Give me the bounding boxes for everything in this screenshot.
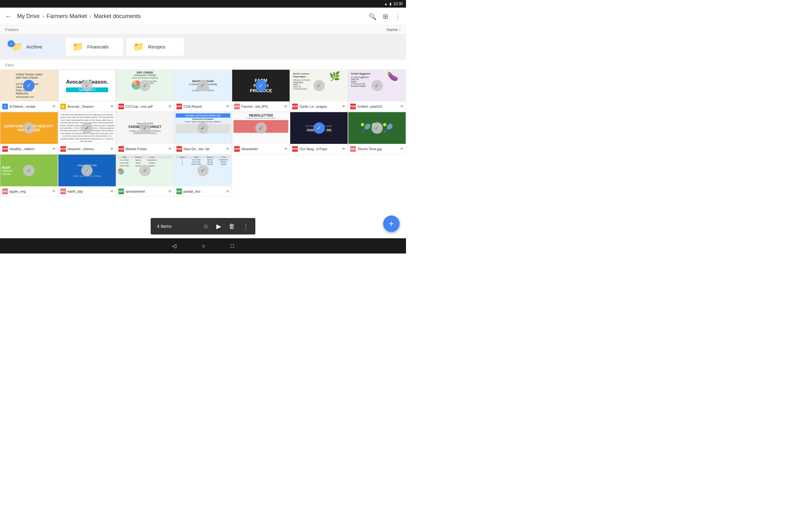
file-card[interactable]: Grilled Tomato Saladwith Feta Cheese4 Fr… xyxy=(0,69,58,112)
nav-recent-button[interactable]: □ xyxy=(231,243,234,249)
file-thumbnail: EVERYONE NEEDS HEALTHYHONEY BEES ✓ xyxy=(0,112,58,144)
star-action-button[interactable]: ☆ xyxy=(203,222,209,230)
fab-label: + xyxy=(389,219,394,229)
file-card[interactable]: Garlic LemonAsparagus 1 Bunch of FreshAs… xyxy=(290,69,348,112)
files-section-label: Files xyxy=(0,60,406,69)
file-check: ✓ xyxy=(197,122,209,134)
breadcrumb-folder[interactable]: Farmers Market xyxy=(47,13,87,20)
file-eye-icon[interactable]: 👁 xyxy=(110,104,114,109)
file-card[interactable]: Grilled Eggplant 2 Large EggplantsOlive … xyxy=(348,69,406,112)
file-thumbnail: Week Field Season Crop 1Your FieldSpring… xyxy=(174,155,232,186)
status-bar: ▲ ▮ 10:30 xyxy=(0,0,406,8)
folder-archive[interactable]: ✓ 📁 Archive xyxy=(5,38,62,56)
file-check: ✓ xyxy=(81,80,93,91)
file-type-icon: SHT xyxy=(118,188,124,194)
breadcrumb-root[interactable]: My Drive xyxy=(17,13,40,20)
file-name: CSA Report xyxy=(184,105,225,108)
file-eye-icon[interactable]: 👁 xyxy=(52,147,56,151)
bottom-action-bar: 4 Items ☆ ▶ 🗑 ⋮ xyxy=(151,218,255,234)
files-label-text: Files xyxy=(5,63,14,67)
file-meta: PDF Healthy...ntation 👁 xyxy=(0,144,58,154)
file-type-icon: PDF xyxy=(176,146,182,152)
wifi-icon: ▲ xyxy=(384,2,388,6)
file-check: ✓ xyxy=(139,80,151,91)
file-eye-icon[interactable]: 👁 xyxy=(400,147,404,151)
file-card[interactable]: Happy Earth Day 🌍 Share, don't print. #e… xyxy=(58,154,116,197)
file-card[interactable]: The land of the Houyhnhnms can be regard… xyxy=(58,112,116,154)
file-card[interactable]: See you at the FARMERS MARKET COME ALL S… xyxy=(116,112,174,154)
file-eye-icon[interactable]: 👁 xyxy=(342,104,346,109)
search-icon[interactable]: 🔍 xyxy=(368,13,376,20)
file-card[interactable]: DRY CREEK COMMUNITY FARMS CROP ROTATION … xyxy=(116,69,174,112)
file-type-icon: PDF xyxy=(60,146,66,152)
file-eye-icon[interactable]: 👁 xyxy=(342,147,346,151)
file-name: Newsletter xyxy=(241,147,283,151)
breadcrumb-current: Market documents xyxy=(94,13,141,20)
file-check: ✓ xyxy=(255,80,267,91)
file-meta: SHT spreadsheet 👁 xyxy=(116,186,174,196)
grid-view-icon[interactable]: ⊞ xyxy=(383,13,388,20)
nav-back-button[interactable]: ◁ xyxy=(172,242,176,249)
file-eye-icon[interactable]: 👁 xyxy=(52,104,56,109)
file-thumbnail: FARMFRESHPRODUCE ✓ xyxy=(232,70,290,101)
file-eye-icon[interactable]: 👁 xyxy=(226,189,230,193)
file-thumbnail: Grilled Eggplant 2 Large EggplantsOlive … xyxy=(348,70,406,101)
file-type-icon: PDF xyxy=(2,146,8,152)
sort-name-label: Name xyxy=(387,27,398,32)
file-type-icon: PDF xyxy=(292,104,298,109)
file-check: ✓ xyxy=(139,165,151,176)
file-thumbnail: DRY CREEK COMMUNITY FARMS CROP ROTATION … xyxy=(116,70,174,101)
file-eye-icon[interactable]: 👁 xyxy=(168,147,172,151)
file-eye-icon[interactable]: 👁 xyxy=(52,189,56,193)
file-meta: PDF Our Neig...d Pups 👁 xyxy=(290,144,348,154)
file-thumbnail: Apple potatoes carrots ✓ xyxy=(0,155,58,186)
status-time: 10:30 xyxy=(393,2,403,6)
file-eye-icon[interactable]: 👁 xyxy=(284,147,288,151)
file-thumbnail: Garlic LemonAsparagus 1 Bunch of FreshAs… xyxy=(290,70,348,101)
file-check: ✓ xyxy=(139,122,151,134)
delete-action-button[interactable]: 🗑 xyxy=(229,223,235,230)
file-card[interactable]: Field Season Crop Your FieldSpringStrawb… xyxy=(116,154,174,197)
files-grid: Grilled Tomato Saladwith Feta Cheese4 Fr… xyxy=(0,69,406,197)
more-action-button[interactable]: ⋮ xyxy=(243,222,249,230)
file-eye-icon[interactable]: 👁 xyxy=(168,189,172,193)
file-eye-icon[interactable]: 👁 xyxy=(284,104,288,109)
file-card[interactable]: FARMFRESHPRODUCE ✓ IMG Farmer...ket.JPG … xyxy=(232,69,290,112)
file-type-icon: IMG xyxy=(350,146,356,152)
file-name: Farmer...ket.JPG xyxy=(241,105,283,108)
file-card[interactable]: EVERYONE NEEDS HEALTHYHONEY BEES ✓ PDF H… xyxy=(0,112,58,154)
file-card[interactable]: 🎾🎾🎾 ✓ IMG Tennis Time.jpg 👁 xyxy=(348,112,406,154)
file-type-icon: ▶ xyxy=(60,104,66,109)
file-card[interactable]: Members Guide A Growing Community DRY CR… xyxy=(174,69,232,112)
file-eye-icon[interactable]: 👁 xyxy=(400,104,404,109)
file-meta: PDF Heavenl...nhnms 👁 xyxy=(58,144,116,154)
file-eye-icon[interactable]: 👁 xyxy=(168,104,172,109)
file-thumbnail: The land of the Houyhnhnms can be regard… xyxy=(58,112,116,144)
breadcrumb-sep2: › xyxy=(90,13,91,20)
more-options-icon[interactable]: ⋮ xyxy=(395,13,401,20)
file-eye-icon[interactable]: 👁 xyxy=(226,104,230,109)
file-thumbnail: Avocado Season. Spring 2016 ✓ xyxy=(58,70,116,101)
file-card[interactable]: Double Lid Peanut Butter Jar PROBLEM STA… xyxy=(174,112,232,154)
move-action-button[interactable]: ▶ xyxy=(216,222,221,230)
sort-button[interactable]: Name ↑ xyxy=(387,27,401,32)
file-card[interactable]: our neighborhood pups moliva trouton bri… xyxy=(290,112,348,154)
file-eye-icon[interactable]: 👁 xyxy=(226,147,230,151)
back-button[interactable]: ← xyxy=(5,12,12,20)
file-card[interactable]: NEWSLETTER "Grow from the farm to your t… xyxy=(232,112,290,154)
folder-financials[interactable]: 📁 Financials xyxy=(66,38,123,56)
file-card[interactable]: Apple potatoes carrots ✓ IMG apple_veg 👁 xyxy=(0,154,58,197)
battery-icon: ▮ xyxy=(390,2,392,6)
file-eye-icon[interactable]: 👁 xyxy=(110,147,114,151)
file-check: ✓ xyxy=(197,165,209,176)
nav-home-button[interactable]: ○ xyxy=(202,243,205,249)
fab-add-button[interactable]: + xyxy=(383,216,400,232)
file-check: ✓ xyxy=(81,122,93,134)
file-type-icon: PDF xyxy=(118,146,124,152)
folder-recipes[interactable]: 📁 Recipes xyxy=(127,38,184,56)
file-card[interactable]: Week Field Season Crop 1Your FieldSpring… xyxy=(174,154,232,197)
file-type-icon: PDF xyxy=(118,104,124,109)
file-thumbnail: Members Guide A Growing Community DRY CR… xyxy=(174,70,232,101)
file-card[interactable]: Avocado Season. Spring 2016 ✓ ▶ Avocad..… xyxy=(58,69,116,112)
file-eye-icon[interactable]: 👁 xyxy=(110,189,114,193)
